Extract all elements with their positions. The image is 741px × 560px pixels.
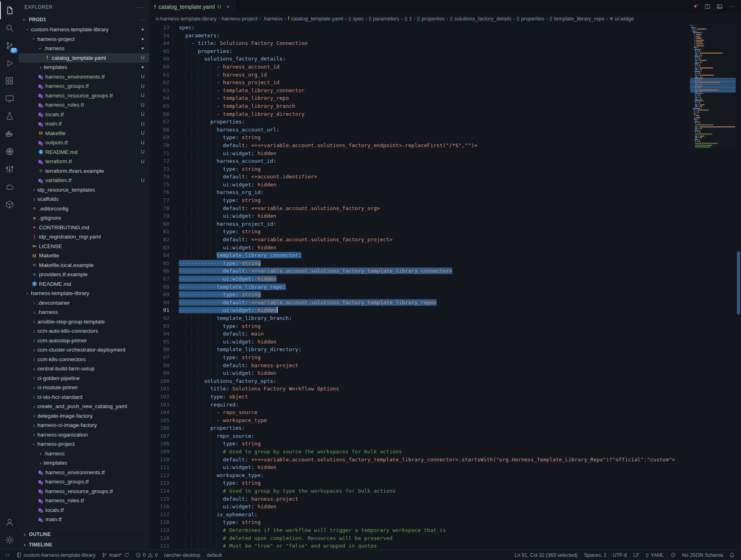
split-editor-icon[interactable] xyxy=(702,1,713,12)
line-number[interactable]: 105 xyxy=(149,416,169,425)
line-number[interactable]: 45 xyxy=(149,47,169,55)
line-number[interactable]: 83 xyxy=(149,244,169,252)
problems[interactable]: 00 xyxy=(132,550,161,560)
breadcrumb-item[interactable]: {}spec xyxy=(348,16,364,22)
account-icon[interactable] xyxy=(0,514,19,531)
tools-icon[interactable] xyxy=(0,160,19,178)
encoding[interactable]: UTF-8 xyxy=(609,550,630,560)
tree-folder-harness-organization[interactable]: ›harness-organization xyxy=(19,430,149,440)
explorer-more-actions-icon[interactable]: ··· xyxy=(137,4,144,10)
line-number[interactable]: 61 xyxy=(149,71,169,79)
settings-gear-icon[interactable] xyxy=(0,531,19,549)
tree-file-main.tf[interactable]: main.tfU xyxy=(19,119,149,129)
tree-folder-ci-module-primer[interactable]: ›ci-module-primer xyxy=(19,383,149,392)
code-line[interactable]: 71 ui:widget: hidden xyxy=(149,150,741,158)
line-number[interactable]: 81 xyxy=(149,228,169,236)
line-number[interactable]: 118 xyxy=(149,518,169,526)
line-number[interactable]: 64 xyxy=(149,94,169,102)
code-line[interactable]: 77 type: string xyxy=(149,196,741,204)
tree-folder-harness-ci-image-factory[interactable]: ›harness-ci-image-factory xyxy=(19,421,149,430)
line-number[interactable]: 44 xyxy=(149,39,169,47)
remote-indicator[interactable] xyxy=(2,550,13,560)
schema[interactable]: No JSON Schema xyxy=(679,550,726,560)
tree-folder-.devcontainer[interactable]: ›.devcontainer xyxy=(19,298,149,308)
line-number[interactable]: 69 xyxy=(149,133,169,142)
tree-folder-ccm-cluster-orchestrator-deployment[interactable]: ›ccm-cluster-orchestrator-deployment xyxy=(19,345,149,355)
tree-file-terraform.tf[interactable]: terraform.tfU xyxy=(19,157,149,166)
feedback[interactable] xyxy=(667,550,679,560)
sparkle-icon[interactable] xyxy=(690,1,701,12)
code-line[interactable]: 72 harness_account_id: xyxy=(149,157,741,165)
line-number[interactable]: 115 xyxy=(149,495,169,503)
line-number[interactable]: 85 xyxy=(149,259,169,267)
indentation[interactable]: Spaces: 2 xyxy=(581,550,610,560)
tree-file-CONTRIBUTING.md[interactable]: ♥CONTRIBUTING.md xyxy=(19,223,149,232)
line-number[interactable]: 79 xyxy=(149,212,169,220)
breadcrumb-item[interactable]: []parameters xyxy=(369,16,399,22)
line-number[interactable]: 109 xyxy=(149,448,169,456)
tree-folder-scaffolds[interactable]: ›scaffolds xyxy=(19,194,149,204)
workspace-section-header[interactable]: › PROD1 ··· xyxy=(19,14,149,25)
tree-folder-.harness[interactable]: ›.harness xyxy=(19,44,149,53)
tree-folder-delegate-image-factory[interactable]: ›delegate-image-factory xyxy=(19,411,149,421)
code-line[interactable]: 44 - title: Solutions Factory Connection xyxy=(149,39,741,47)
explorer-icon[interactable] xyxy=(0,2,19,19)
line-number[interactable]: 94 xyxy=(149,330,169,338)
tree-file-main.tf[interactable]: main.tf xyxy=(19,515,149,524)
line-number[interactable]: 102 xyxy=(149,393,169,401)
line-number[interactable]: 120 xyxy=(149,534,169,542)
code-line[interactable]: 88············template_library_repo: xyxy=(149,283,741,291)
tree-folder-harness-project[interactable]: ›harness-project xyxy=(19,34,149,44)
layout-icon[interactable] xyxy=(714,1,725,12)
line-number[interactable]: 73 xyxy=(149,165,169,173)
eol[interactable]: LF xyxy=(630,550,643,560)
code-line[interactable]: 45 properties: xyxy=(149,47,741,55)
more-actions-icon[interactable] xyxy=(726,1,737,12)
scrollbar[interactable] xyxy=(735,24,741,550)
code-line[interactable]: 74 default: <+account.identifier> xyxy=(149,173,741,181)
code-line[interactable]: 68 harness_account_url: xyxy=(149,126,741,134)
code-line[interactable]: 114 # Used to group by type the workspac… xyxy=(149,487,741,495)
code-line[interactable]: 111 ui:widget: hidden xyxy=(149,463,741,471)
line-number[interactable]: 101 xyxy=(149,385,169,393)
code-line[interactable]: 97 type: string xyxy=(149,354,741,362)
code-line[interactable]: 89··············type:·string xyxy=(149,291,741,299)
code-line[interactable]: 76 harness_org_id: xyxy=(149,188,741,196)
code-editor[interactable]: 13spec:14 parameters:44 - title: Solutio… xyxy=(149,24,741,550)
code-line[interactable]: 96 template_library_directory: xyxy=(149,346,741,354)
code-line[interactable]: 46 solutions_factory_details: xyxy=(149,55,741,63)
code-line[interactable]: 121 # Must be "true" or "false" and wrap… xyxy=(149,542,741,550)
close-icon[interactable]: × xyxy=(226,4,229,10)
search-icon[interactable] xyxy=(0,19,19,37)
code-line[interactable]: 70 default: <+<+variable.account.solutio… xyxy=(149,142,741,150)
line-number[interactable]: 77 xyxy=(149,196,169,204)
cloud-icon[interactable] xyxy=(0,178,19,196)
line-number[interactable]: 75 xyxy=(149,181,169,189)
line-number[interactable]: 97 xyxy=(149,354,169,362)
line-number[interactable]: 117 xyxy=(149,511,169,519)
tree-file-harness_groups.tf[interactable]: harness_groups.tfU xyxy=(19,81,149,91)
line-number[interactable]: 67 xyxy=(149,118,169,126)
language-mode[interactable]: {}YAML xyxy=(642,550,667,560)
code-line[interactable]: 75 ui:widget: hidden xyxy=(149,181,741,189)
code-line[interactable]: 73 type: string xyxy=(149,165,741,173)
tree-file-catalog_template.yaml[interactable]: !catalog_template.yamlU xyxy=(19,53,149,63)
line-number[interactable]: 111 xyxy=(149,463,169,471)
tree-folder-ccm-k8s-connectors[interactable]: ›ccm-k8s-connectors xyxy=(19,355,149,364)
breadcrumb-item[interactable]: ⊞ui:widge xyxy=(609,16,634,22)
line-number[interactable]: 104 xyxy=(149,408,169,416)
tree-folder-create_and_push_new_catalog_yaml[interactable]: ›create_and_push_new_catalog_yaml xyxy=(19,402,149,411)
code-line[interactable]: 104 - repo_source xyxy=(149,408,741,416)
line-number[interactable]: 103 xyxy=(149,401,169,409)
source-control-icon[interactable]: 57 xyxy=(0,37,19,55)
tree-file-harness_resource_groups.tf[interactable]: harness_resource_groups.tfU xyxy=(19,91,149,101)
breadcrumb-item[interactable]: {}properties xyxy=(517,16,544,22)
tree-file-.editorconfig[interactable]: ≡.editorconfig xyxy=(19,204,149,214)
code-line[interactable]: 63 - template_library_connector xyxy=(149,87,741,95)
section-more-actions-icon[interactable]: ··· xyxy=(140,17,146,22)
line-number[interactable]: 72 xyxy=(149,157,169,165)
tree-file-README.md[interactable]: iREADME.md xyxy=(19,279,149,289)
code-line[interactable]: 105 - workspace_type xyxy=(149,416,741,425)
line-number[interactable]: 46 xyxy=(149,55,169,63)
tree-file-harness_roles.tf[interactable]: harness_roles.tf xyxy=(19,496,149,505)
